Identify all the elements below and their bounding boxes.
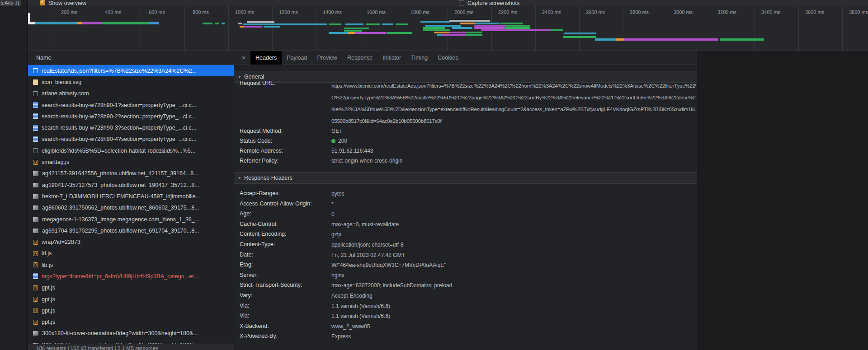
waterfall-bar xyxy=(382,23,393,25)
ruler-gridline xyxy=(53,6,53,51)
request-row[interactable]: ariane.abtasty.com xyxy=(28,88,234,99)
header-value: W/"464ea-shq9cUIdqXW3C+7MVcDP0uAAiqE" xyxy=(331,262,446,268)
request-row[interactable]: {}ld.js xyxy=(28,248,234,259)
tab-payload[interactable]: Payload xyxy=(282,51,312,65)
tab-initiator[interactable]: Initiator xyxy=(377,51,406,65)
request-row[interactable]: search-results-buy-w728h90-1?section=pro… xyxy=(28,99,234,111)
checkbox-checked-icon[interactable] xyxy=(40,0,45,5)
request-name: gpt.js xyxy=(42,285,55,291)
header-key: Via: xyxy=(240,303,249,309)
ruler-tick-label: 1200 ms xyxy=(279,9,298,15)
request-row[interactable]: {}gpt.js xyxy=(28,305,234,316)
svg-file-icon xyxy=(33,79,38,85)
waterfall-bar xyxy=(203,23,212,24)
network-main-split: Name realEstateAds.json?filters=%7B%22si… xyxy=(28,51,868,350)
tab-headers[interactable]: Headers xyxy=(250,51,282,65)
waterfall-bar xyxy=(563,36,596,38)
request-row[interactable]: {}gpt.js xyxy=(28,294,234,305)
request-row[interactable]: megagence-1-136373_image.megagence.com_b… xyxy=(28,214,234,225)
waterfall-bar xyxy=(475,23,500,24)
ruler-tick-label: 1600 ms xyxy=(367,9,386,15)
request-row[interactable]: search-results-buy-w728h90-4?section=pro… xyxy=(28,134,234,145)
script-icon: {} xyxy=(33,262,38,267)
header-value: gzip xyxy=(331,231,341,238)
request-row[interactable]: {}gpt.js xyxy=(28,317,234,328)
header-value: max-age=63072000; includeSubDomains; pre… xyxy=(331,282,452,289)
tab-cookies[interactable]: Cookies xyxy=(433,51,463,65)
request-name: ag860602-391750562_photos.ubiflow.net_86… xyxy=(42,205,199,211)
request-row[interactable]: icon_bienici.svg xyxy=(28,76,234,88)
ruler-tick-label: 2800 ms xyxy=(630,9,649,15)
request-name: ag421157-391642556_photos.ubiflow.net_42… xyxy=(42,170,198,177)
request-row[interactable]: tags?type=iframe&id=pr_6sfmVH09jHIzft49p… xyxy=(28,271,234,282)
request-row[interactable]: search-results-buy-w728h90-2?section=pro… xyxy=(28,111,234,122)
tab-preview[interactable]: Preview xyxy=(312,51,342,65)
request-url-line: https://www.bienici.com/realEstateAds.js… xyxy=(331,80,696,92)
ruler-tick-label: 2400 ms xyxy=(542,9,561,15)
waterfall-bar xyxy=(149,22,159,24)
image-icon xyxy=(33,229,38,233)
response-headers-section-title: Response Headers xyxy=(244,175,292,181)
capture-screenshots-checkbox[interactable]: Capture screenshots xyxy=(459,0,519,6)
header-value: nginx xyxy=(331,272,344,279)
checkbox-unchecked-icon[interactable] xyxy=(459,0,464,5)
waterfall-bar xyxy=(616,38,624,41)
show-overview-checkbox[interactable]: Show overview xyxy=(40,0,86,6)
request-row[interactable]: {}lib.js xyxy=(28,259,234,271)
header-value: bytes xyxy=(331,191,344,197)
request-row[interactable]: {}smarttag.js xyxy=(28,156,234,168)
ruler-tick-label: 3600 ms xyxy=(805,9,824,15)
request-row[interactable]: hektor-7_LDJIMMOBILIERCLEMENCEAU-4597_ld… xyxy=(28,191,234,202)
tab-timing[interactable]: Timing xyxy=(406,51,433,65)
overview-drag-handle[interactable] xyxy=(28,13,30,24)
script-icon: {} xyxy=(33,240,38,245)
response-headers-section-header[interactable]: ▼ Response Headers xyxy=(234,172,697,184)
close-icon[interactable]: × xyxy=(237,51,250,65)
ruler-gridline xyxy=(798,6,799,51)
show-overview-label: Show overview xyxy=(48,0,86,6)
clipped-page-fragment: teAds :{{... xyxy=(0,0,21,6)
tab-response[interactable]: Response xyxy=(342,51,377,65)
request-name: ag691704-391702295_photos.ubiflow.net_69… xyxy=(42,228,199,234)
waterfall-bar xyxy=(329,32,348,34)
waterfall-bar xyxy=(481,29,551,31)
ruler-gridline xyxy=(711,6,711,51)
waterfall-bar xyxy=(474,27,505,29)
waterfall-bar xyxy=(344,30,362,32)
request-row[interactable]: search-results-buy-w728h90-3?section=pro… xyxy=(28,122,234,133)
request-row[interactable]: {}gpt.js xyxy=(28,282,234,294)
ruler-tick-label: 800 ms xyxy=(193,9,209,15)
ruler-tick-label: 2600 ms xyxy=(586,9,605,15)
response-header-row: Access-Control-Allow-Origin:* xyxy=(234,200,697,210)
request-row[interactable]: ag421157-391642556_photos.ubiflow.net_42… xyxy=(28,168,234,179)
request-row[interactable]: ag190417-357127573_photos.ubiflow.net_19… xyxy=(28,179,234,191)
request-url-value: https://www.bienici.com/realEstateAds.js… xyxy=(331,80,696,127)
script-icon: {} xyxy=(33,308,38,313)
header-key: Strict-Transport-Security: xyxy=(240,282,302,288)
devtools-network-panel: teAds :{{... Show overview Capture scree… xyxy=(0,0,868,350)
waterfall-bar xyxy=(720,38,764,41)
header-key: Etag: xyxy=(240,261,253,268)
image-icon xyxy=(33,194,38,199)
request-row[interactable]: {}wrap?id=22873 xyxy=(28,236,234,247)
header-key: X-Backend: xyxy=(240,323,269,329)
request-row[interactable]: 300x180-fit-cover-orientation-0deg?width… xyxy=(28,328,234,339)
header-value: max-age=0, must-revalidate xyxy=(331,221,399,228)
name-column-header[interactable]: Name xyxy=(28,51,234,65)
request-row[interactable]: eligibleIds?ids%5B%5D=selection-habitat-… xyxy=(28,145,234,156)
waterfall-bar xyxy=(222,23,225,24)
ruler-gridline xyxy=(404,6,404,51)
waterfall-bar xyxy=(345,23,363,25)
network-overview-waterfall[interactable]: 200 ms400 ms600 ms800 ms1000 ms1200 ms14… xyxy=(28,6,868,51)
image-icon xyxy=(33,205,38,210)
request-row[interactable]: ag860602-391750562_photos.ubiflow.net_86… xyxy=(28,202,234,214)
request-row[interactable]: realEstateAds.json?filters=%7B%22size%22… xyxy=(28,65,234,76)
request-name: 300x180-fit-cover-orientation-0deg?width… xyxy=(42,330,198,336)
waterfall-bar xyxy=(344,28,369,29)
waterfall-bar xyxy=(505,27,530,29)
request-list-panel: Name realEstateAds.json?filters=%7B%22si… xyxy=(28,51,234,350)
request-name: realEstateAds.json?filters=%7B%22size%22… xyxy=(42,68,197,74)
image-icon xyxy=(33,217,38,222)
request-row[interactable]: ag691704-391702295_photos.ubiflow.net_69… xyxy=(28,225,234,236)
waterfall-bar xyxy=(466,32,482,33)
